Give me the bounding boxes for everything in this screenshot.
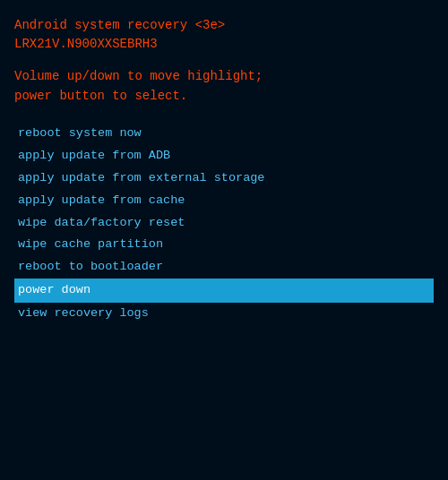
menu-item-power-down[interactable]: power down bbox=[14, 279, 434, 303]
menu-list: reboot system nowapply update from ADBap… bbox=[14, 123, 434, 325]
menu-item-view-logs[interactable]: view recovery logs bbox=[14, 303, 434, 325]
instruction-line1: Volume up/down to move highlight; bbox=[14, 66, 434, 86]
menu-item-apply-external[interactable]: apply update from external storage bbox=[14, 167, 434, 190]
menu-item-wipe-cache[interactable]: wipe cache partition bbox=[14, 234, 434, 256]
header-title: Android system recovery <3e> bbox=[14, 16, 434, 35]
menu-item-wipe-factory[interactable]: wipe data/factory reset bbox=[14, 212, 434, 235]
instruction-line2: power button to select. bbox=[14, 86, 434, 106]
menu-item-apply-cache[interactable]: apply update from cache bbox=[14, 190, 434, 212]
menu-item-reboot-system[interactable]: reboot system now bbox=[14, 123, 434, 145]
menu-item-apply-adb[interactable]: apply update from ADB bbox=[14, 145, 434, 167]
menu-item-reboot-bootloader[interactable]: reboot to bootloader bbox=[14, 256, 434, 279]
recovery-screen: Android system recovery <3e> LRX21V.N900… bbox=[0, 0, 448, 480]
header-device: LRX21V.N900XXSEBRH3 bbox=[14, 35, 434, 54]
instructions: Volume up/down to move highlight; power … bbox=[14, 66, 434, 107]
